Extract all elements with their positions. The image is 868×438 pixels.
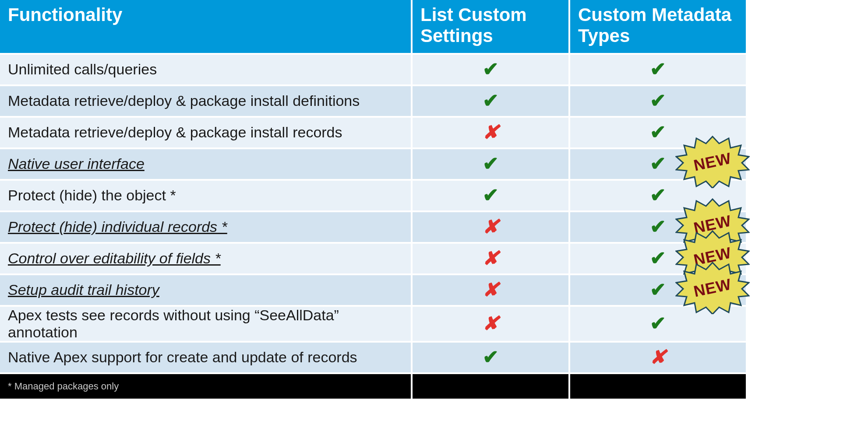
row-label-text: Control over editability of fields * bbox=[8, 250, 221, 266]
table-row: Metadata retrieve/deploy & package insta… bbox=[0, 117, 746, 148]
cell-col-b: ✔ bbox=[569, 117, 746, 148]
table-row: Metadata retrieve/deploy & package insta… bbox=[0, 85, 746, 117]
check-icon: ✔ bbox=[650, 217, 666, 236]
row-label-text: Native Apex support for create and updat… bbox=[8, 349, 357, 365]
row-label-text: Unlimited calls/queries bbox=[8, 61, 157, 77]
row-label-text: Protect (hide) the object * bbox=[8, 187, 176, 203]
table-row: Control over editability of fields * ✘ ✔ bbox=[0, 243, 746, 274]
row-label: Protect (hide) the object * bbox=[0, 180, 412, 211]
cell-col-a: ✘ bbox=[412, 243, 569, 274]
check-icon: ✔ bbox=[650, 249, 666, 268]
cross-icon: ✘ bbox=[650, 347, 666, 367]
check-icon: ✔ bbox=[483, 347, 499, 367]
check-icon: ✔ bbox=[483, 186, 499, 205]
row-label: Apex tests see records without using “Se… bbox=[0, 306, 412, 342]
header-custom-metadata-types: Custom Metadata Types bbox=[569, 0, 746, 54]
row-label: Native user interface bbox=[0, 148, 412, 180]
check-icon: ✔ bbox=[483, 60, 499, 79]
row-label-text: Metadata retrieve/deploy & package insta… bbox=[8, 124, 342, 140]
footer-cell-b bbox=[569, 373, 746, 399]
table-row: Native Apex support for create and updat… bbox=[0, 342, 746, 373]
cell-col-a: ✔ bbox=[412, 148, 569, 180]
row-label: Control over editability of fields * bbox=[0, 243, 412, 274]
cell-col-b: ✔ bbox=[569, 180, 746, 211]
row-label-text: Metadata retrieve/deploy & package insta… bbox=[8, 92, 360, 109]
row-label: Unlimited calls/queries bbox=[0, 54, 412, 85]
cell-col-a: ✔ bbox=[412, 85, 569, 117]
cell-col-b: ✔ bbox=[569, 274, 746, 306]
cell-col-b: ✘ bbox=[569, 342, 746, 373]
row-label: Protect (hide) individual records * bbox=[0, 211, 412, 243]
cell-col-a: ✘ bbox=[412, 211, 569, 243]
comparison-table-wrap: Functionality List Custom Settings Custo… bbox=[0, 0, 746, 399]
footer-cell-a bbox=[412, 373, 569, 399]
row-label-text: Protect (hide) individual records * bbox=[8, 218, 227, 235]
check-icon: ✔ bbox=[483, 91, 499, 110]
cell-col-b: ✔ bbox=[569, 306, 746, 342]
cross-icon: ✘ bbox=[483, 314, 499, 333]
header-functionality: Functionality bbox=[0, 0, 412, 54]
row-label: Setup audit trail history bbox=[0, 274, 412, 306]
check-icon: ✔ bbox=[650, 186, 666, 205]
check-icon: ✔ bbox=[483, 154, 499, 173]
cell-col-a: ✘ bbox=[412, 306, 569, 342]
check-icon: ✔ bbox=[650, 60, 666, 79]
check-icon: ✔ bbox=[650, 91, 666, 110]
cell-col-a: ✘ bbox=[412, 274, 569, 306]
footnote: * Managed packages only bbox=[0, 373, 412, 399]
cell-col-b: ✔ bbox=[569, 148, 746, 180]
cell-col-a: ✘ bbox=[412, 117, 569, 148]
table-header-row: Functionality List Custom Settings Custo… bbox=[0, 0, 746, 54]
row-label-text: Setup audit trail history bbox=[8, 281, 159, 298]
row-label-text: Native user interface bbox=[8, 155, 145, 172]
cell-col-b: ✔ bbox=[569, 85, 746, 117]
check-icon: ✔ bbox=[650, 154, 666, 173]
cross-icon: ✘ bbox=[483, 217, 499, 236]
row-label: Metadata retrieve/deploy & package insta… bbox=[0, 85, 412, 117]
cross-icon: ✘ bbox=[483, 249, 499, 268]
header-list-custom-settings: List Custom Settings bbox=[412, 0, 569, 54]
table-row: Setup audit trail history ✘ ✔ bbox=[0, 274, 746, 306]
cell-col-b: ✔ bbox=[569, 54, 746, 85]
comparison-table: Functionality List Custom Settings Custo… bbox=[0, 0, 746, 399]
cell-col-a: ✔ bbox=[412, 342, 569, 373]
row-label: Metadata retrieve/deploy & package insta… bbox=[0, 117, 412, 148]
table-row: Native user interface ✔ ✔ bbox=[0, 148, 746, 180]
table-row: Protect (hide) individual records * ✘ ✔ bbox=[0, 211, 746, 243]
check-icon: ✔ bbox=[650, 280, 666, 299]
check-icon: ✔ bbox=[650, 314, 666, 333]
cell-col-a: ✔ bbox=[412, 54, 569, 85]
table-footer-row: * Managed packages only bbox=[0, 373, 746, 399]
row-label-text: Apex tests see records without using “Se… bbox=[8, 307, 339, 340]
cell-col-a: ✔ bbox=[412, 180, 569, 211]
table-row: Apex tests see records without using “Se… bbox=[0, 306, 746, 342]
cell-col-b: ✔ bbox=[569, 211, 746, 243]
cell-col-b: ✔ bbox=[569, 243, 746, 274]
cross-icon: ✘ bbox=[483, 280, 499, 299]
table-row: Protect (hide) the object * ✔ ✔ bbox=[0, 180, 746, 211]
page: Functionality List Custom Settings Custo… bbox=[0, 0, 868, 438]
row-label: Native Apex support for create and updat… bbox=[0, 342, 412, 373]
table-row: Unlimited calls/queries ✔ ✔ bbox=[0, 54, 746, 85]
check-icon: ✔ bbox=[650, 123, 666, 142]
cross-icon: ✘ bbox=[483, 123, 499, 142]
